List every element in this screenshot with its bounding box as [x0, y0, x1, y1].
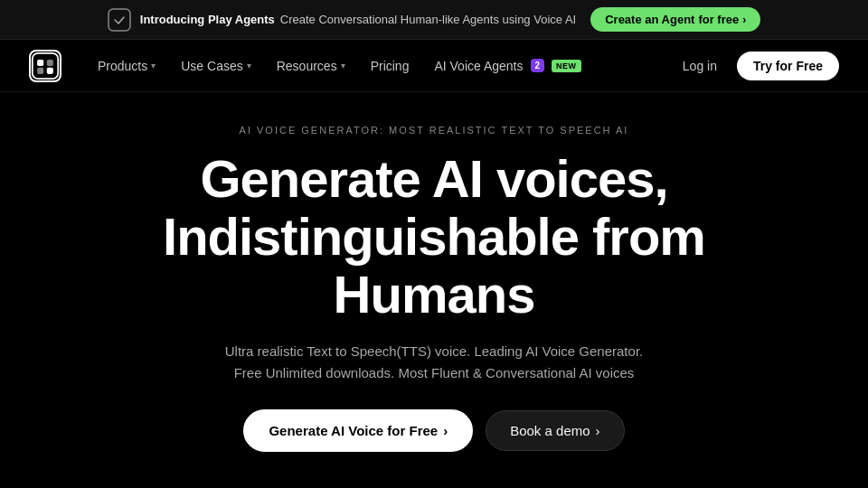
resources-chevron-icon: ▾: [341, 61, 345, 70]
svg-rect-5: [47, 67, 53, 73]
svg-rect-0: [108, 9, 130, 31]
book-demo-arrow: ›: [596, 423, 600, 438]
nav-links: Products ▾ Use Cases ▾ Resources ▾ Prici…: [87, 52, 672, 80]
voice-agents-new-tag: NEW: [552, 60, 581, 72]
hero-tag: AI VOICE GENERATOR: MOST REALISTIC TEXT …: [240, 125, 629, 136]
nav-item-pricing[interactable]: Pricing: [360, 52, 420, 80]
generate-voice-label: Generate AI Voice for Free: [269, 423, 438, 438]
use-cases-chevron-icon: ▾: [247, 61, 251, 70]
hero-subtitle: Ultra realistic Text to Speech(TTS) voic…: [217, 341, 651, 384]
voice-agents-badge: 2: [531, 59, 545, 72]
nav-actions: Log in Try for Free: [672, 52, 839, 80]
nav-item-resources[interactable]: Resources ▾: [266, 52, 356, 80]
book-demo-label: Book a demo: [510, 423, 590, 438]
nav-logo[interactable]: [29, 50, 61, 82]
svg-rect-3: [47, 59, 53, 65]
navbar: Products ▾ Use Cases ▾ Resources ▾ Prici…: [0, 40, 868, 92]
hero-title-line1: Generate AI voices,: [200, 149, 667, 208]
nav-item-use-cases[interactable]: Use Cases ▾: [170, 52, 261, 80]
top-banner: Introducing Play Agents Create Conversat…: [0, 0, 868, 40]
generate-voice-arrow: ›: [443, 423, 448, 438]
banner-intro-text: Create Conversational Human-like Agents …: [280, 13, 576, 26]
hero-title-line3: Humans: [334, 265, 535, 324]
svg-rect-4: [37, 67, 43, 73]
banner-cta-arrow: ›: [742, 14, 746, 26]
nav-item-ai-voice-agents[interactable]: AI Voice Agents 2 NEW: [423, 52, 591, 80]
banner-cta-suffix: for free: [698, 13, 739, 26]
banner-cta-label: Create an Agent: [605, 13, 694, 26]
book-demo-button[interactable]: Book a demo ›: [486, 410, 624, 451]
banner-text: Introducing Play Agents Create Conversat…: [140, 13, 576, 26]
products-chevron-icon: ▾: [151, 61, 156, 70]
banner-intro-label: Introducing Play Agents: [140, 13, 275, 26]
nav-item-products[interactable]: Products ▾: [87, 52, 166, 80]
hero-title-line2: Indistinguishable from: [163, 207, 705, 266]
try-free-button[interactable]: Try for Free: [737, 52, 839, 80]
hero-section: AI VOICE GENERATOR: MOST REALISTIC TEXT …: [0, 92, 868, 488]
generate-voice-button[interactable]: Generate AI Voice for Free ›: [243, 409, 473, 452]
svg-rect-1: [33, 52, 58, 78]
hero-buttons: Generate AI Voice for Free › Book a demo…: [243, 409, 624, 452]
banner-cta-button[interactable]: Create an Agent for free ›: [590, 7, 760, 32]
play-agents-icon: [108, 8, 131, 32]
login-button[interactable]: Log in: [672, 52, 728, 80]
hero-title: Generate AI voices, Indistinguishable fr…: [163, 150, 705, 323]
svg-rect-2: [37, 59, 43, 65]
